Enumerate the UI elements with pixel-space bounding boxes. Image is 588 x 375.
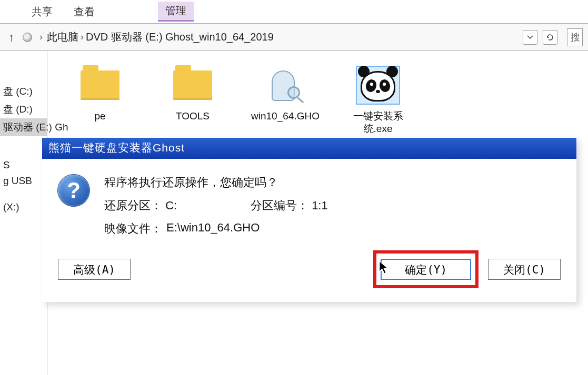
file-item-tools[interactable]: TOOLS [156,67,230,123]
refresh-icon[interactable] [543,30,557,45]
address-bar: ↑ › 此电脑 › DVD 驱动器 (E:) Ghost_win10_64_20… [0,24,588,51]
sidebar-item-usb[interactable]: g USB [0,173,47,189]
folder-icon [79,67,121,104]
partition-label: 还原分区： [104,199,162,212]
sidebar-item-c[interactable]: 盘 (C:) [0,83,47,100]
folder-icon [172,67,214,104]
dialog-buttons: 高级(A) 确定(Y) 关闭(C) [42,242,576,302]
image-value: E:\win10_64.GHO [166,221,260,237]
file-item-gho[interactable]: win10_64.GHO [248,67,322,123]
ribbon-tab-view[interactable]: 查看 [74,5,95,19]
partnum-label: 分区编号： [251,199,308,212]
close-button[interactable]: 关闭(C) [488,259,561,280]
gho-icon [264,67,306,104]
breadcrumb-separator: › [37,32,45,43]
address-dropdown-icon[interactable] [523,30,537,45]
breadcrumb-this-pc[interactable]: 此电脑 [47,30,78,44]
sidebar-item-e[interactable]: 驱动器 (E:) Gh [0,118,47,136]
sidebar-item-s[interactable]: S [0,157,47,173]
file-item-pe[interactable]: pe [63,67,137,123]
file-label: pe [63,110,137,123]
dialog-text: 程序将执行还原操作，您确定吗？ 还原分区： C: 分区编号： 1:1 映像文件：… [104,175,328,237]
image-label: 映像文件： [104,221,162,237]
confirm-dialog: 熊猫一键硬盘安装器Ghost ? 程序将执行还原操作，您确定吗？ 还原分区： C… [42,138,576,302]
partition-value: C: [165,199,177,212]
question-icon: ? [58,175,89,206]
panda-icon [357,67,399,104]
dialog-question: 程序将执行还原操作，您确定吗？ [104,175,328,190]
dialog-body: ? 程序将执行还原操作，您确定吗？ 还原分区： C: 分区编号： 1:1 映像文… [42,159,576,242]
sidebar-item-d[interactable]: 盘 (D:) [0,100,47,118]
advanced-button[interactable]: 高级(A) [58,259,131,280]
search-input[interactable]: 搜 [567,28,583,46]
breadcrumb[interactable]: 此电脑 › DVD 驱动器 (E:) Ghost_win10_64_2019 [47,30,517,44]
highlight-annotation: 确定(Y) [373,250,479,288]
breadcrumb-drive[interactable]: DVD 驱动器 (E:) Ghost_win10_64_2019 [86,30,274,44]
sidebar-item-x[interactable]: (X:) [0,199,47,215]
file-label: win10_64.GHO [248,110,322,123]
file-item-exe[interactable]: 一键安装系统.exe [341,67,415,135]
ribbon-tabs: 共享 查看 管理 [0,0,588,24]
file-label: TOOLS [156,110,230,123]
drive-icon [23,33,32,42]
breadcrumb-separator: › [78,32,86,43]
file-label: 一键安装系统.exe [341,110,415,135]
ok-button[interactable]: 确定(Y) [381,259,471,280]
partnum-value: 1:1 [312,199,328,212]
ribbon-tab-manage[interactable]: 管理 [158,2,194,22]
nav-up-icon[interactable]: ↑ [5,31,17,44]
ribbon-tab-share[interactable]: 共享 [32,5,53,19]
dialog-title: 熊猫一键硬盘安装器Ghost [42,138,576,159]
sidebar: 盘 (C:) 盘 (D:) 驱动器 (E:) Gh S g USB (X:) [0,51,47,375]
